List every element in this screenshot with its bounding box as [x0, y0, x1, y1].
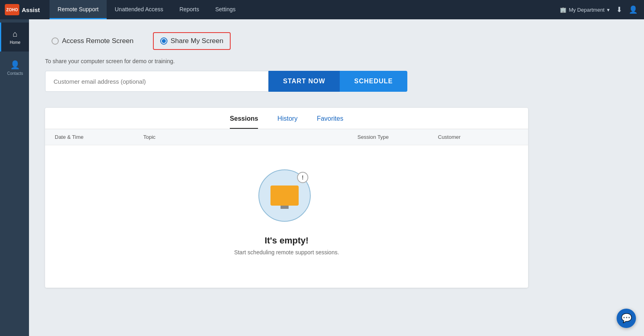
empty-illustration: !	[258, 169, 315, 226]
department-icon: 🏢	[560, 7, 566, 13]
schedule-button[interactable]: SCHEDULE	[340, 71, 407, 92]
main-content: Access Remote Screen Share My Screen To …	[29, 19, 644, 336]
col-customer: Customer	[438, 134, 518, 140]
monitor-stand	[281, 206, 289, 209]
nav-tab-unattended-access[interactable]: Unattended Access	[107, 0, 171, 19]
sidebar-item-home[interactable]: ⌂ Home	[0, 23, 29, 52]
tab-sessions[interactable]: Sessions	[230, 115, 258, 129]
nav-tab-reports[interactable]: Reports	[171, 0, 207, 19]
department-label: My Department	[569, 7, 605, 13]
chat-button[interactable]: 💬	[617, 309, 636, 328]
col-topic: Topic	[143, 134, 357, 140]
app-name: Assist	[22, 6, 40, 13]
chat-icon: 💬	[621, 313, 632, 324]
empty-title: It's empty!	[264, 235, 308, 246]
input-row: START NOW SCHEDULE	[45, 71, 407, 92]
monitor-screen	[270, 186, 299, 206]
sessions-panel: Sessions History Favorites Date & Time T…	[45, 108, 528, 288]
sidebar-item-contacts[interactable]: 👤 Contacts	[0, 53, 29, 82]
sessions-tabs: Sessions History Favorites	[45, 108, 528, 129]
start-now-button[interactable]: START NOW	[268, 71, 340, 92]
department-selector[interactable]: 🏢 My Department ▾	[560, 7, 610, 13]
email-input[interactable]	[45, 71, 268, 92]
app-layout: ⌂ Home 👤 Contacts Access Remote Screen S…	[0, 19, 644, 336]
share-description: To share your computer screen for demo o…	[45, 58, 628, 64]
monitor-circle: !	[258, 169, 311, 222]
table-header: Date & Time Topic Session Type Customer	[45, 129, 528, 145]
col-session-type: Session Type	[357, 134, 438, 140]
contacts-icon: 👤	[10, 60, 20, 70]
sidebar-label-home: Home	[10, 40, 21, 45]
user-profile-button[interactable]: 👤	[629, 5, 638, 14]
sidebar-label-contacts: Contacts	[7, 71, 23, 76]
radio-share-screen[interactable]: Share My Screen	[153, 32, 231, 50]
empty-subtitle: Start scheduling remote support sessions…	[234, 249, 339, 256]
logo-area: ZOHO Assist	[5, 4, 40, 15]
tab-favorites[interactable]: Favorites	[317, 115, 343, 129]
radio-circle-access	[52, 37, 59, 45]
radio-circle-share	[160, 37, 167, 45]
nav-right: 🏢 My Department ▾ ⬇ 👤	[560, 5, 644, 14]
alert-badge: !	[297, 172, 308, 183]
home-icon: ⌂	[12, 29, 17, 39]
radio-label-share: Share My Screen	[171, 37, 223, 45]
sidebar: ⌂ Home 👤 Contacts	[0, 19, 29, 336]
zoho-logo: ZOHO	[5, 4, 19, 15]
nav-tab-remote-support[interactable]: Remote Support	[50, 0, 107, 19]
radio-section: Access Remote Screen Share My Screen	[45, 32, 628, 50]
download-button[interactable]: ⬇	[616, 5, 622, 14]
nav-tabs: Remote Support Unattended Access Reports…	[50, 0, 244, 19]
radio-access-remote[interactable]: Access Remote Screen	[45, 33, 140, 49]
radio-label-access: Access Remote Screen	[62, 37, 134, 45]
chevron-down-icon: ▾	[607, 7, 610, 13]
col-datetime: Date & Time	[55, 134, 143, 140]
tab-history[interactable]: History	[277, 115, 297, 129]
top-navigation: ZOHO Assist Remote Support Unattended Ac…	[0, 0, 644, 19]
empty-state: ! It's empty! Start scheduling remote su…	[45, 145, 528, 288]
nav-tab-settings[interactable]: Settings	[207, 0, 244, 19]
